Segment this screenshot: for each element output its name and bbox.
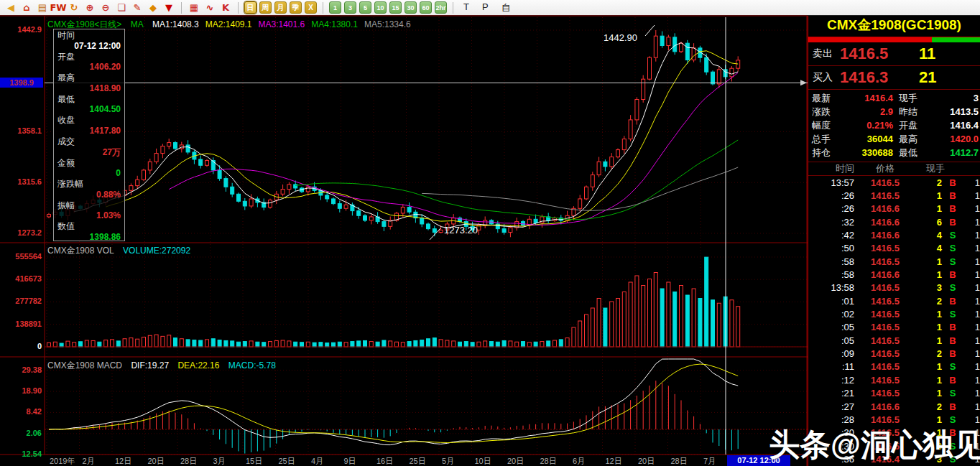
tick-side: B (942, 190, 963, 201)
stat-row: 最新 1416.4 现手 3 (808, 91, 980, 105)
ask-qty: 11 (919, 45, 935, 63)
col-time: 时间 (808, 162, 854, 175)
axis-label: 8.42 (0, 407, 42, 416)
quote-title: CMX金1908(GC1908) (808, 16, 980, 37)
tick-qty: 4 (916, 243, 942, 253)
tick-price: 1416.5 (854, 282, 916, 293)
tick-time: 13:58 (808, 282, 854, 293)
tick-side: S (942, 282, 963, 293)
tick-table-header: 时间 价格 现手 (808, 162, 980, 176)
tick-qty: 1 (916, 335, 942, 346)
tick-qty: 1 (916, 361, 942, 372)
time-axis-label: 12日 (115, 456, 131, 466)
tick-side: B (942, 322, 963, 332)
ask-price: 1416.5 (840, 45, 919, 63)
stat-row: 总手 36044 最高 1420.0 (808, 132, 980, 146)
tooltip-row: 最高 1418.90 (57, 73, 121, 94)
tick-side: S (942, 388, 963, 399)
tick-price: 1416.5 (854, 322, 916, 332)
time-axis-label: 20日 (507, 456, 524, 466)
tick-posdiff: 1 (963, 190, 980, 201)
tick-side: B (942, 269, 963, 280)
time-axis-label: 15日 (246, 456, 262, 466)
tick-price: 1416.5 (854, 296, 916, 307)
tick-qty: 1 (916, 309, 942, 320)
tick-time: :32 (808, 217, 854, 228)
tick-posdiff: 1 (963, 322, 980, 332)
dea-value: DEA:22.16 (177, 360, 219, 371)
tick-row: :05 1416.5 1 B 1 (808, 334, 980, 347)
tick-table[interactable]: 13:57 1416.5 2 B 1 :26 1416.5 1 B 1 :26 … (808, 176, 980, 466)
tick-time: :42 (808, 230, 854, 241)
tick-row: :26 1416.5 1 B 1 (808, 189, 980, 202)
time-axis: 2019年2月12日20日28日3月15日25日4月9日16日25日5月10日2… (0, 455, 808, 466)
axis-label: 0 (0, 342, 42, 350)
stat-row: 持仓 330688 最低 1412.7 (808, 146, 980, 159)
tick-side: S (942, 230, 963, 241)
instrument-title: CMX金1908<日线> (47, 19, 121, 29)
tick-qty: 1 (916, 256, 942, 267)
tick-qty: 1 (916, 322, 942, 332)
tick-qty: 1 (916, 203, 942, 214)
tick-qty: 2 (916, 348, 942, 359)
quote-stats: 最新 1416.4 现手 3 涨跌 2.9 昨结 1413.5 幅度 0.21%… (808, 90, 980, 159)
tick-price: 1416.5 (854, 375, 916, 386)
tick-qty: 6 (916, 217, 942, 228)
tick-time: :11 (808, 361, 854, 372)
tick-time: :28 (808, 414, 854, 425)
time-axis-label: 20日 (638, 456, 655, 466)
tick-side: B (942, 296, 963, 307)
bid-price: 1416.3 (840, 68, 919, 87)
tick-side: B (942, 177, 963, 188)
tick-posdiff: 1 (963, 296, 980, 307)
tick-posdiff: 1 (963, 361, 980, 372)
bid-row[interactable]: 买入 1416.3 21 (808, 66, 980, 90)
tick-price: 1416.5 (854, 309, 916, 320)
axis-label: 29.38 (0, 365, 42, 374)
time-axis-label: 12日 (606, 456, 622, 466)
tick-row: :58 1416.6 1 B 1 (808, 268, 980, 281)
tick-qty: 1 (916, 375, 942, 386)
low-annotation: 1273.20 (444, 225, 478, 236)
tick-time: :21 (808, 388, 854, 399)
tick-posdiff: 1 (963, 348, 980, 359)
bid-qty: 21 (919, 68, 936, 87)
macd-pane-title: CMX金1908 MACD (47, 360, 122, 371)
tick-posdiff: 1 (963, 309, 980, 320)
high-annotation: 1442.90 (604, 32, 637, 43)
tick-row: :42 1416.6 4 S 1 (808, 228, 980, 241)
tick-row: :05 1416.5 1 B 1 (808, 321, 980, 334)
tick-time: :09 (808, 348, 854, 359)
time-axis-label: 2019年 (50, 456, 75, 466)
tooltip-row: 收盘 1417.80 (57, 115, 121, 136)
tick-posdiff: 1 (963, 203, 980, 214)
axis-label: 416673 (0, 274, 42, 283)
tooltip-row: 开盘 1406.20 (57, 52, 121, 73)
tick-price: 1416.5 (854, 414, 916, 425)
tick-price: 1416.5 (854, 388, 916, 399)
time-axis-label: 28日 (180, 456, 197, 466)
tick-row: 13:58 1416.5 3 S 1 (808, 281, 980, 294)
stat-row: 幅度 0.21% 开盘 1416.4 (808, 118, 980, 132)
time-axis-label: 28日 (540, 456, 557, 466)
tick-price: 1416.6 (854, 203, 916, 214)
time-axis-label: 28日 (671, 456, 688, 466)
tick-row: :12 1416.5 1 B 1 (808, 373, 980, 386)
ask-row[interactable]: 卖出 1416.5 11 (808, 42, 980, 66)
tick-side: S (942, 309, 963, 320)
axis-label: 2.06 (0, 429, 42, 437)
axis-label: 12.54 (0, 449, 42, 458)
tooltip-row: 最低 1404.50 (57, 94, 121, 116)
tick-qty: 4 (916, 230, 942, 241)
tick-row: :32 1416.6 6 B 1 (808, 215, 980, 228)
tick-price: 1416.5 (854, 361, 916, 372)
ask-label: 卖出 (808, 47, 840, 60)
tick-side: S (942, 414, 963, 425)
volume-pane-header: CMX金1908 VOL VOLUME:272092 (47, 245, 197, 257)
tick-row: :11 1416.5 1 S 1 (808, 360, 980, 373)
tick-time: :12 (808, 375, 854, 386)
tick-row: :50 1416.5 4 S 1 (808, 242, 980, 255)
tick-side: S (942, 256, 963, 267)
time-axis-label: 6月 (573, 456, 585, 466)
tick-posdiff: 1 (963, 335, 980, 346)
